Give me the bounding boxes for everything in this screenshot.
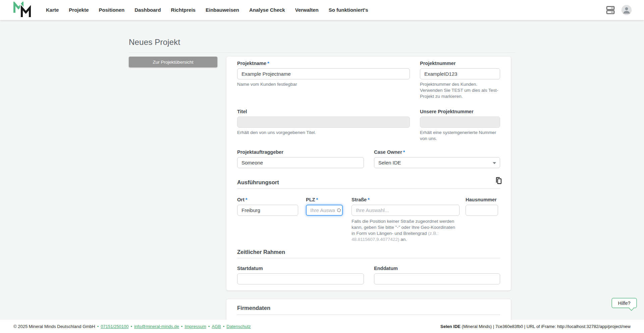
avatar-icon <box>621 4 632 16</box>
nav-item-dashboard[interactable]: Dashboard <box>129 0 166 20</box>
nav-menu: Karte Projekte Positionen Dashboard Rich… <box>41 0 373 20</box>
help-bubble-tail <box>629 306 634 311</box>
hausnummer-label: Hausnummer <box>466 197 498 202</box>
field-hausnummer: Hausnummer <box>466 197 498 216</box>
enddatum-label: Enddatum <box>374 266 500 271</box>
title-divider <box>129 53 515 53</box>
field-unsere-projektnummer: Unsere Projektnummer Erhält eine systemg… <box>420 109 500 142</box>
mineral-minds-logo[interactable] <box>13 2 32 18</box>
section-ausfuehrungsort: Ausführungsort <box>237 179 279 186</box>
projektname-label: Projektname* <box>237 61 410 66</box>
footer-link-phone[interactable]: 07151/250100 <box>101 324 128 329</box>
field-strasse: Straße* Falls die Position keiner Straße… <box>352 197 460 243</box>
copy-icon-glyph <box>495 177 502 185</box>
projektauftraggeber-input[interactable] <box>237 157 364 168</box>
user-avatar[interactable] <box>621 5 632 15</box>
field-titel: Titel Erhält den von uns vorgegebenen Ti… <box>237 109 410 136</box>
field-plz: PLZ* <box>306 197 343 216</box>
help-button-label: Hilfe? <box>618 301 630 306</box>
footer-separator: • <box>181 324 183 329</box>
titel-helper: Erhält den von uns vorgegebenen Titel. <box>237 130 410 136</box>
logo-icon <box>13 2 32 18</box>
nav-item-verwalten[interactable]: Verwalten <box>290 0 324 20</box>
strasse-label: Straße* <box>352 197 460 202</box>
projektname-input[interactable] <box>237 68 410 79</box>
footer-session-info: Selen IDE (Mineral Minds) | 7ce360e83fb0… <box>440 324 631 329</box>
projektnummer-input[interactable] <box>420 68 500 79</box>
nav-item-projekte[interactable]: Projekte <box>64 0 94 20</box>
field-startdatum: Startdatum <box>237 266 364 284</box>
plz-label: PLZ* <box>306 197 343 202</box>
projektname-helper: Name vom Kunden festlegbar <box>237 81 410 87</box>
page-title: Neues Projekt <box>129 38 180 47</box>
nav-item-einbauweisen[interactable]: Einbauweisen <box>201 0 244 20</box>
required-asterisk: * <box>368 197 370 202</box>
projektauftraggeber-label: Projektauftraggeber <box>237 149 364 155</box>
required-asterisk: * <box>267 61 269 66</box>
footer-link-email[interactable]: info@mineral-minds.de <box>134 324 179 329</box>
footer-link-agb[interactable]: AGB <box>212 324 221 329</box>
field-projektnummer: Projektnummer Projektnummer des Kunden. … <box>420 61 500 99</box>
copyright-text: © 2025 Mineral Minds Deutschland GmbH <box>13 324 95 329</box>
nav-item-so-funktionierts[interactable]: So funktioniert's <box>324 0 373 20</box>
page: Karte Projekte Positionen Dashboard Rich… <box>0 0 644 333</box>
footer-left: © 2025 Mineral Minds Deutschland GmbH • … <box>13 324 251 329</box>
titel-input <box>237 117 410 128</box>
field-projektname: Projektname* Name vom Kunden festlegbar <box>237 61 410 87</box>
nav-item-analyse-check[interactable]: Analyse Check <box>244 0 290 20</box>
nav-item-karte[interactable]: Karte <box>41 0 64 20</box>
case-owner-select[interactable]: Selen IDE <box>374 157 500 168</box>
field-ort: Ort* <box>237 197 298 216</box>
back-to-project-overview-button[interactable]: Zur Projektübersicht <box>129 57 217 67</box>
footer-link-impressum[interactable]: Impressum <box>184 324 206 329</box>
section-divider <box>237 315 500 315</box>
case-owner-selected-value: Selen IDE <box>378 160 401 165</box>
ort-input[interactable] <box>237 205 298 216</box>
footer-separator: • <box>97 324 99 329</box>
titel-label: Titel <box>237 109 410 114</box>
startdatum-label: Startdatum <box>237 266 364 271</box>
startdatum-input[interactable] <box>237 273 364 284</box>
field-case-owner: Case Owner* Selen IDE <box>374 149 500 168</box>
dns-icon <box>605 5 615 15</box>
section-zeitlicher-rahmen: Zeitlicher Rahmen <box>237 249 285 255</box>
required-asterisk: * <box>403 149 405 155</box>
chevron-down-icon <box>493 162 496 164</box>
footer-separator: • <box>208 324 210 329</box>
unsere-projektnummer-input <box>420 117 500 128</box>
field-enddatum: Enddatum <box>374 266 500 284</box>
case-owner-label: Case Owner* <box>374 149 500 155</box>
field-projektauftraggeber: Projektauftraggeber <box>237 149 364 168</box>
footer-separator: • <box>130 324 132 329</box>
section-divider <box>237 188 500 189</box>
section-divider <box>237 258 500 258</box>
unsere-projektnummer-helper: Erhält eine systemgenerierte Nummer von … <box>420 130 500 142</box>
nav-item-richtpreis[interactable]: Richtpreis <box>166 0 201 20</box>
hausnummer-input[interactable] <box>466 205 498 216</box>
required-asterisk: * <box>246 197 248 202</box>
copy-icon[interactable] <box>494 177 503 185</box>
section-firmendaten: Firmendaten <box>237 305 270 311</box>
footer-separator: • <box>223 324 225 329</box>
enddatum-input[interactable] <box>374 273 500 284</box>
top-nav: Karte Projekte Positionen Dashboard Rich… <box>0 0 644 20</box>
projektnummer-label: Projektnummer <box>420 61 500 66</box>
session-user: Selen IDE <box>440 324 461 329</box>
session-details: (Mineral Minds) | 7ce360e83fb0 | URL of … <box>461 324 631 329</box>
footer: © 2025 Mineral Minds Deutschland GmbH • … <box>0 320 644 333</box>
ort-label: Ort* <box>237 197 298 202</box>
strasse-helper: Falls die Position keiner Straße zugeord… <box>352 218 460 243</box>
loading-spinner-icon <box>337 208 341 212</box>
project-form-card: Projektname* Name vom Kunden festlegbar … <box>226 57 511 290</box>
footer-link-datenschutz[interactable]: Datenschutz <box>226 324 251 329</box>
server-dns-icon[interactable] <box>605 5 616 15</box>
nav-right <box>605 5 632 15</box>
strasse-input[interactable] <box>352 205 460 216</box>
help-button[interactable]: Hilfe? <box>611 298 637 308</box>
required-asterisk: * <box>316 197 318 202</box>
nav-item-positionen[interactable]: Positionen <box>94 0 130 20</box>
unsere-projektnummer-label: Unsere Projektnummer <box>420 109 500 114</box>
projektnummer-helper: Projektnummer des Kunden. Verwenden Sie … <box>420 81 500 99</box>
